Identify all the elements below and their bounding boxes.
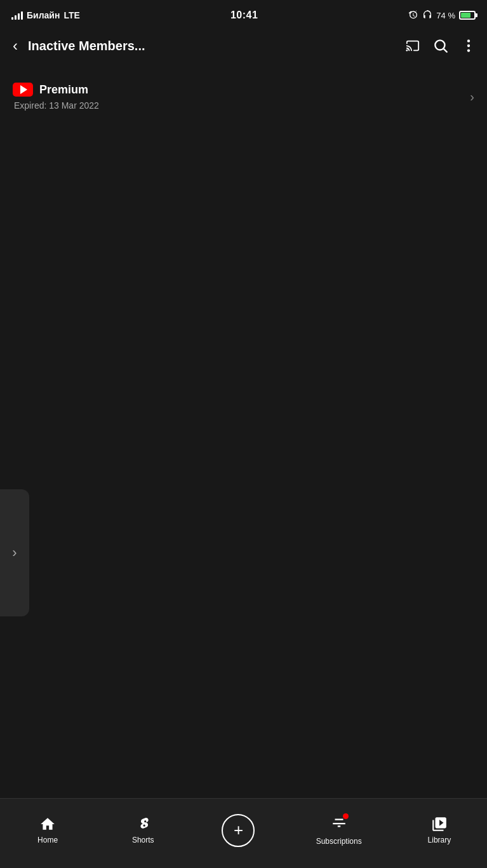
plus-icon: +: [234, 822, 243, 838]
nav-subscriptions[interactable]: Subscriptions: [309, 810, 370, 851]
home-icon: [39, 816, 56, 832]
svg-line-2: [444, 49, 447, 52]
status-time: 10:41: [230, 10, 258, 21]
shorts-icon: [135, 816, 151, 832]
more-options-icon[interactable]: [460, 37, 477, 54]
nav-shorts[interactable]: Shorts: [117, 811, 168, 850]
status-left: Билайн LTE: [11, 10, 80, 20]
membership-expiry: Expired: 13 Mar 2022: [13, 100, 99, 111]
subscriptions-label: Subscriptions: [316, 837, 362, 846]
home-label: Home: [37, 836, 58, 844]
status-bar: Билайн LTE 10:41 74 %: [0, 0, 487, 28]
svg-point-5: [467, 49, 470, 51]
membership-header: Premium: [13, 83, 99, 97]
nav-create[interactable]: +: [213, 809, 264, 852]
library-icon: [431, 816, 448, 832]
content-area: Premium Expired: 13 Mar 2022 ›: [0, 64, 487, 130]
status-right: 74 %: [408, 10, 476, 20]
shorts-label: Shorts: [132, 836, 154, 844]
bottom-nav: Home Shorts + Subscriptions Library: [0, 798, 487, 868]
carrier-name: Билайн: [27, 10, 60, 20]
create-button[interactable]: +: [222, 814, 255, 847]
page-title: Inactive Members...: [28, 39, 397, 53]
cast-icon[interactable]: [404, 39, 421, 53]
battery-indicator: [459, 11, 476, 20]
battery-percent: 74 %: [436, 11, 455, 20]
search-icon[interactable]: [432, 37, 449, 54]
nav-bar: ‹ Inactive Members...: [0, 28, 487, 64]
signal-bars-icon: [11, 11, 23, 20]
notification-dot: [343, 813, 349, 819]
nav-icons: [404, 37, 477, 54]
alarm-icon: [408, 10, 418, 20]
nav-library[interactable]: Library: [414, 811, 465, 850]
membership-row[interactable]: Premium Expired: 13 Mar 2022 ›: [0, 74, 487, 119]
membership-name: Premium: [39, 83, 88, 97]
handle-chevron-icon: ›: [12, 545, 17, 561]
membership-info: Premium Expired: 13 Mar 2022: [13, 83, 99, 111]
youtube-logo: [13, 83, 33, 97]
subscriptions-icon-container: [331, 815, 347, 834]
svg-point-4: [467, 44, 470, 47]
svg-point-3: [467, 39, 470, 42]
back-button[interactable]: ‹: [10, 36, 20, 56]
nav-home[interactable]: Home: [22, 811, 73, 850]
network-type: LTE: [63, 10, 79, 20]
left-edge-handle[interactable]: ›: [0, 489, 29, 616]
chevron-right-icon: ›: [470, 90, 474, 104]
headphone-icon: [422, 10, 432, 20]
library-label: Library: [428, 836, 451, 844]
